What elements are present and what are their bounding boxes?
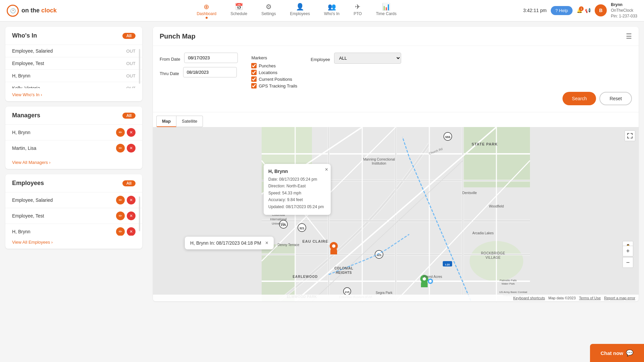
zoom-in-button[interactable]: + [623,246,633,256]
zoom-out-button[interactable]: − [623,257,633,268]
svg-text:Palmetto Falls: Palmetto Falls [500,279,517,282]
svg-text:Manning Correctional: Manning Correctional [363,158,395,161]
edit-employee-button[interactable]: ✏ [116,227,125,236]
employees-header: Employees All [5,174,142,192]
sidebar: Who's In All Employee, Salaried OUT Empl… [0,21,148,362]
main-content: Punch Map ☰ From Date Thru Date [148,21,644,362]
list-item: H, Brynn OUT [5,69,142,82]
edit-employee-button[interactable]: ✏ [116,196,125,204]
svg-text:US Army Basic Combat: US Army Basic Combat [499,291,527,294]
delete-employee-button[interactable]: ✕ [127,227,136,236]
map-popup-top: × H, Brynn Date: 08/17/2023 05:24 pm Dir… [264,164,331,215]
svg-text:Dentsville: Dentsville [462,191,477,195]
employee-select[interactable]: ALL [334,53,401,64]
svg-text:COLONIAL: COLONIAL [334,266,353,270]
keyboard-shortcuts-link[interactable]: Keyboard shortcuts [513,296,545,300]
edit-employee-button[interactable]: ✏ [116,212,125,220]
main-nav: ⊕ Dashboard 📅 Schedule ⚙ Settings 👤 Empl… [70,0,523,21]
marker-current-positions: Current Positions [251,76,297,82]
svg-text:Segra Park: Segra Park [376,291,393,295]
clock-icon: 🕐 [7,5,19,17]
schedule-icon: 📅 [235,3,243,11]
locations-checkbox[interactable] [251,70,257,75]
view-whos-in-link[interactable]: View Who's In › [5,88,142,101]
current-positions-checkbox[interactable] [251,76,257,82]
report-link[interactable]: Report a map error [604,296,635,300]
svg-text:University: University [272,222,285,225]
nav-dashboard[interactable]: ⊕ Dashboard [191,0,222,21]
header: 🕐 on the clock ⊕ Dashboard 📅 Schedule ⚙ … [0,0,644,21]
list-item: Employee, Salaried ✏ ✕ [5,192,142,208]
map-svg: 555 321 321 I-20 215 215 [153,127,639,301]
list-item: Martin, Lisa ✏ ✕ [5,140,142,156]
nav-pto[interactable]: ✈ PTO [348,0,367,21]
notification-announcement[interactable]: 📢 [585,8,591,13]
employees-title: Employees [12,180,44,187]
map-footer: Keyboard shortcuts Map data ©2023 Terms … [153,295,639,301]
view-all-managers-link[interactable]: View All Managers › [5,156,142,169]
gps-trails-checkbox[interactable] [251,83,257,88]
markers-group: Punches Locations Current Positions [251,63,297,88]
notification-bell[interactable]: 🔔 1 [577,8,582,13]
tab-map[interactable]: Map [156,116,176,127]
marker-locations: Locations [251,70,297,75]
fullscreen-button[interactable] [625,130,635,141]
svg-text:I-20: I-20 [445,263,450,266]
terms-link[interactable]: Terms of Use [579,296,601,300]
delete-employee-button[interactable]: ✕ [127,196,136,204]
svg-text:Forest Acres: Forest Acres [423,275,442,279]
popup-close-bottom[interactable]: × [265,240,268,246]
nav-employees[interactable]: 👤 Employees [285,0,315,21]
punch-map-card: Punch Map ☰ From Date Thru Date [153,27,639,301]
map-popup-bottom: H, Brynn In: 08/17/2023 04:18 PM × [185,237,274,249]
edit-manager-button[interactable]: ✏ [116,128,125,137]
hamburger-icon[interactable]: ☰ [626,32,632,40]
search-button[interactable]: Search [562,92,596,105]
thru-date-input[interactable] [183,67,237,77]
managers-title: Managers [12,112,40,119]
nav-time-cards[interactable]: 📊 Time Cards [371,0,402,21]
popup-date: Date: 08/17/2023 05:24 pm [268,176,326,183]
logo[interactable]: 🕐 on the clock [7,5,57,17]
punch-map-form: From Date Thru Date Markers [153,46,639,112]
employees-list: Employee, Salaried ✏ ✕ Employee, Test ✏ … [5,192,142,236]
svg-text:Woodfield: Woodfield [489,204,504,208]
from-date-input[interactable] [184,53,238,63]
chat-now-button[interactable]: Chat now 💬 [590,344,644,362]
svg-point-36 [332,244,335,248]
pto-icon: ✈ [355,3,361,11]
list-item: Kelly, Victoria OUT [5,82,142,88]
chat-icon: 💬 [626,349,633,357]
svg-text:HEIGHTS: HEIGHTS [336,271,352,275]
delete-manager-button[interactable]: ✕ [127,128,136,137]
list-item: Employee, Test ✏ ✕ [5,208,142,224]
managers-header: Managers All [5,107,142,124]
time-cards-icon: 📊 [382,3,390,11]
help-button[interactable]: ? Help [551,6,573,15]
popup-updated: Updated: 08/17/2023 05:24 pm [268,203,326,210]
thru-date-label: Thru Date [160,68,179,76]
managers-section: Managers All H, Brynn ✏ ✕ Martin, Lisa ✏… [5,107,142,169]
reset-button[interactable]: Reset [599,92,632,105]
whos-in-icon: 👥 [328,3,336,11]
whos-in-title: Who's In [12,32,37,39]
nav-settings[interactable]: ⚙ Settings [256,0,281,21]
nav-schedule[interactable]: 📅 Schedule [225,0,253,21]
delete-employee-button[interactable]: ✕ [127,212,136,220]
tab-satellite[interactable]: Satellite [176,116,203,127]
punches-checkbox[interactable] [251,63,257,68]
delete-manager-button[interactable]: ✕ [127,144,136,153]
notification-area: 🔔 1 📢 [577,8,591,13]
edit-manager-button[interactable]: ✏ [116,144,125,153]
svg-text:Denny Terrace: Denny Terrace [278,243,300,247]
user-avatar[interactable]: B [595,4,607,16]
nav-whos-in[interactable]: 👥 Who's In [319,0,345,21]
list-item: H, Brynn ✏ ✕ [5,124,142,140]
popup-accuracy: Accuracy: 9.84 feet [268,196,326,203]
popup-close-top[interactable]: × [325,167,328,173]
header-right: 3:42:11 pm ? Help 🔔 1 📢 B Brynn OnTheClo… [523,2,637,19]
view-all-employees-link[interactable]: View All Employees › [5,236,142,249]
user-info[interactable]: Brynn OnTheClock Pin: 1-237-033 [611,2,637,19]
svg-point-40 [429,280,432,283]
svg-text:Water Park: Water Park [501,282,515,285]
